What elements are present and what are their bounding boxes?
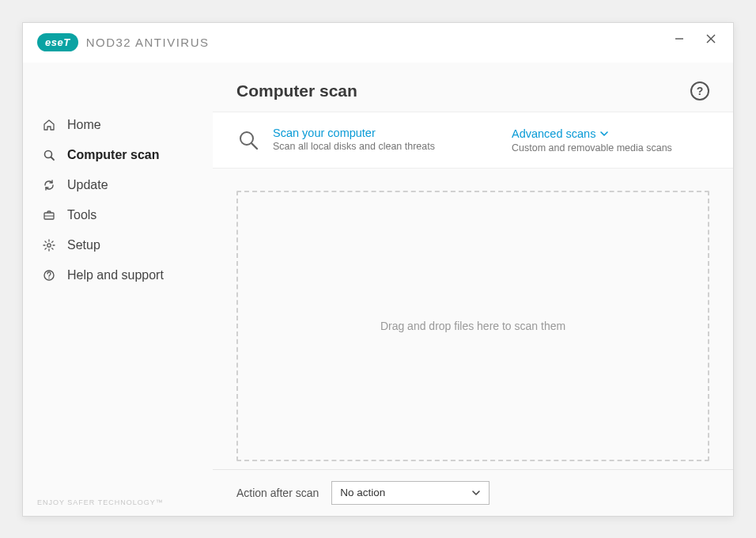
- refresh-icon: [42, 178, 56, 192]
- minimize-button[interactable]: [663, 27, 695, 51]
- sidebar-item-label: Computer scan: [67, 148, 159, 162]
- scan-options-panel: Scan your computer Scan all local disks …: [213, 112, 733, 169]
- sidebar-item-tools[interactable]: Tools: [23, 200, 213, 230]
- chevron-down-icon: [471, 488, 481, 498]
- sidebar: Home Computer scan Update Tools: [23, 63, 213, 516]
- drop-area-wrap: Drag and drop files here to scan them: [213, 169, 733, 469]
- search-icon: [42, 148, 56, 162]
- drop-hint: Drag and drop files here to scan them: [380, 320, 565, 332]
- sidebar-item-label: Tools: [67, 208, 96, 222]
- window-controls: [663, 23, 727, 55]
- action-after-scan-select[interactable]: No action: [331, 481, 490, 505]
- help-icon: [42, 268, 56, 282]
- sidebar-item-label: Help and support: [67, 268, 164, 282]
- svg-point-9: [48, 277, 50, 278]
- advanced-scans-link[interactable]: Advanced scans: [512, 127, 608, 140]
- svg-point-7: [47, 243, 51, 246]
- scan-advanced: Advanced scans Custom and removable medi…: [512, 127, 709, 153]
- sidebar-footer: ENJOY SAFER TECHNOLOGY™: [23, 492, 213, 516]
- sidebar-item-home[interactable]: Home: [23, 110, 213, 140]
- product-name: NOD32 ANTIVIRUS: [86, 36, 210, 49]
- app-window: eseT NOD32 ANTIVIRUS Home Comp: [22, 22, 734, 517]
- page-header: Computer scan ?: [213, 63, 733, 112]
- magnifier-icon: [236, 128, 260, 153]
- select-value: No action: [340, 487, 385, 498]
- chevron-down-icon: [600, 130, 608, 138]
- sidebar-item-label: Update: [67, 178, 108, 192]
- sidebar-item-help[interactable]: Help and support: [23, 260, 213, 290]
- svg-line-11: [252, 143, 258, 149]
- sidebar-item-label: Setup: [67, 238, 100, 252]
- body-row: Home Computer scan Update Tools: [23, 63, 733, 516]
- close-button[interactable]: [695, 27, 727, 51]
- titlebar: eseT NOD32 ANTIVIRUS: [23, 23, 733, 63]
- advanced-scans-label: Advanced scans: [512, 127, 595, 140]
- advanced-scans-sub: Custom and removable media scans: [512, 142, 709, 153]
- scan-primary: Scan your computer Scan all local disks …: [236, 127, 496, 153]
- bottom-bar: Action after scan No action: [213, 469, 733, 516]
- scan-your-computer-link[interactable]: Scan your computer: [273, 127, 435, 139]
- action-after-scan-label: Action after scan: [236, 487, 319, 499]
- brand-badge: eseT: [37, 33, 78, 51]
- briefcase-icon: [42, 208, 56, 222]
- help-button[interactable]: ?: [690, 81, 709, 100]
- gear-icon: [42, 238, 56, 252]
- scan-primary-sub: Scan all local disks and clean threats: [273, 141, 435, 152]
- sidebar-item-computer-scan[interactable]: Computer scan: [23, 140, 213, 170]
- sidebar-item-setup[interactable]: Setup: [23, 230, 213, 260]
- sidebar-item-label: Home: [67, 118, 101, 132]
- home-icon: [42, 118, 56, 132]
- sidebar-item-update[interactable]: Update: [23, 170, 213, 200]
- scan-primary-text: Scan your computer Scan all local disks …: [273, 127, 435, 153]
- drop-area[interactable]: Drag and drop files here to scan them: [236, 191, 709, 461]
- minimize-icon: [675, 34, 684, 44]
- page-title: Computer scan: [236, 81, 357, 100]
- main-content: Computer scan ? Scan your computer Scan …: [213, 63, 733, 516]
- close-icon: [706, 34, 716, 44]
- svg-point-10: [240, 132, 253, 145]
- svg-line-4: [51, 157, 55, 160]
